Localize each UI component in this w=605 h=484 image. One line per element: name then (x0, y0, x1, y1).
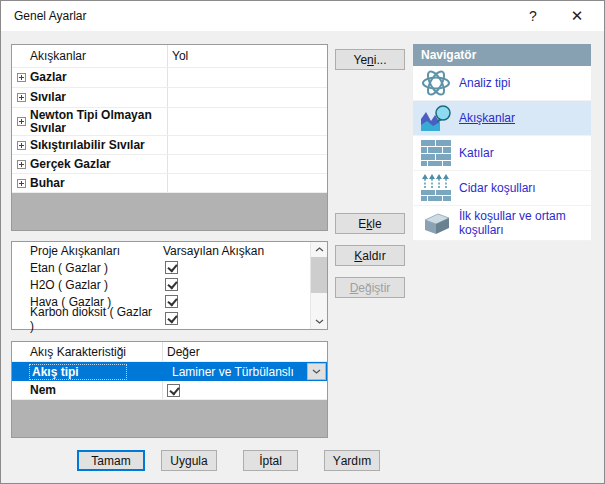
fluid-row-co2[interactable]: Karbon dioksit ( Gazlar ) (12, 310, 310, 327)
flow-table-header: Akış Karakteristiği Değer (12, 342, 327, 362)
replace-button: Değiştir (335, 277, 405, 298)
flow-type-dropdown[interactable]: Laminer ve Türbülanslı (167, 363, 326, 380)
fluids-column-header: Akışkanlar (30, 50, 167, 63)
titlebar: Genel Ayarlar ? ✕ (1, 1, 604, 31)
expand-icon[interactable] (17, 160, 26, 169)
project-fluids-column-header: Proje Akışkanları (30, 244, 159, 258)
default-fluid-checkbox[interactable] (165, 312, 178, 325)
general-settings-dialog: Genel Ayarlar ? ✕ Akışkanlar Yol Gazlar … (0, 0, 605, 484)
expand-icon[interactable] (17, 93, 26, 102)
humidity-checkbox[interactable] (167, 384, 180, 397)
navigator-panel: Navigatör Analiz tipi Akışkanl (413, 44, 591, 241)
nav-item-initial-conditions[interactable]: İlk koşullar ve ortam koşulları (413, 206, 591, 241)
tree-row-steam[interactable]: Buhar (12, 174, 327, 193)
project-fluids-table: Proje Akışkanları Varsayılan Akışkan Eta… (11, 241, 328, 330)
dropdown-button[interactable] (307, 363, 326, 380)
window-title: Genel Ayarlar (14, 9, 87, 23)
chevron-down-icon (312, 369, 321, 374)
expand-icon[interactable] (17, 141, 26, 150)
solids-icon (419, 140, 453, 166)
fluids-table-header: Akışkanlar Yol (12, 45, 327, 68)
apply-button[interactable]: Uygula (161, 450, 217, 471)
tree-row-gases[interactable]: Gazlar (12, 68, 327, 88)
default-fluid-checkbox[interactable] (165, 278, 178, 291)
flow-characteristics-table: Akış Karakteristiği Değer Akış tipi Lami… (11, 341, 328, 438)
chevron-up-icon (315, 247, 324, 252)
analysis-type-icon (419, 68, 453, 98)
tree-row-real-gases[interactable]: Gerçek Gazlar (12, 155, 327, 174)
default-fluid-column-header: Varsayılan Akışkan (159, 242, 310, 259)
navigator-header: Navigatör (413, 44, 591, 66)
scrollbar-thumb[interactable] (311, 257, 327, 293)
expand-icon[interactable] (17, 179, 26, 188)
flow-type-value: Laminer ve Türbülanslı (167, 365, 307, 379)
help-button[interactable]: Yardım (324, 450, 380, 471)
vertical-scrollbar[interactable] (310, 242, 327, 329)
table-filler (12, 400, 327, 437)
fluid-row-h2o[interactable]: H2O ( Gazlar ) (12, 276, 310, 293)
tree-row-compressible[interactable]: Sıkıştırılabilir Sıvılar (12, 136, 327, 155)
titlebar-help-button[interactable]: ? (512, 1, 554, 31)
flow-type-label: Akış tipi (30, 365, 126, 379)
default-fluid-checkbox[interactable] (165, 295, 178, 308)
characteristic-column-header: Akış Karakteristiği (12, 345, 162, 359)
tree-row-liquids[interactable]: Sıvılar (12, 88, 327, 108)
fluid-row-ethane[interactable]: Etan ( Gazlar ) (12, 259, 310, 276)
initial-conditions-icon (419, 210, 453, 236)
tree-row-non-newtonian[interactable]: Newton Tipi Olmayan Sıvılar (12, 108, 327, 136)
nav-item-wall-conditions[interactable]: Cidar koşulları (413, 171, 591, 206)
expand-icon[interactable] (17, 117, 26, 126)
add-button[interactable]: Ekle (335, 213, 405, 234)
nav-item-solids[interactable]: Katılar (413, 136, 591, 171)
humidity-row[interactable]: Nem (12, 381, 327, 400)
nav-item-analysis-type[interactable]: Analiz tipi (413, 66, 591, 101)
nav-item-fluids[interactable]: Akışkanlar (413, 101, 591, 136)
value-column-header: Değer (162, 342, 327, 361)
cancel-button[interactable]: İptal (243, 450, 298, 471)
humidity-label: Nem (12, 383, 162, 397)
fluids-icon (419, 104, 453, 132)
remove-button[interactable]: Kaldır (335, 245, 405, 266)
project-fluids-header: Proje Akışkanları Varsayılan Akışkan (12, 242, 310, 259)
ok-button[interactable]: Tamam (77, 450, 145, 471)
close-button[interactable]: ✕ (556, 1, 598, 31)
default-fluid-checkbox[interactable] (165, 261, 178, 274)
scroll-down-button[interactable] (311, 314, 327, 329)
scrollbar-track[interactable] (311, 257, 327, 314)
chevron-down-icon (315, 319, 324, 324)
flow-type-row[interactable]: Akış tipi Laminer ve Türbülanslı (12, 362, 327, 381)
new-button[interactable]: Yeni... (335, 49, 405, 70)
table-filler (12, 193, 327, 230)
wall-conditions-icon (419, 174, 453, 202)
path-column-header: Yol (167, 45, 327, 67)
expand-icon[interactable] (17, 73, 26, 82)
scroll-up-button[interactable] (311, 242, 327, 257)
fluids-table: Akışkanlar Yol Gazlar Sıvılar Newton Tip… (11, 44, 328, 231)
